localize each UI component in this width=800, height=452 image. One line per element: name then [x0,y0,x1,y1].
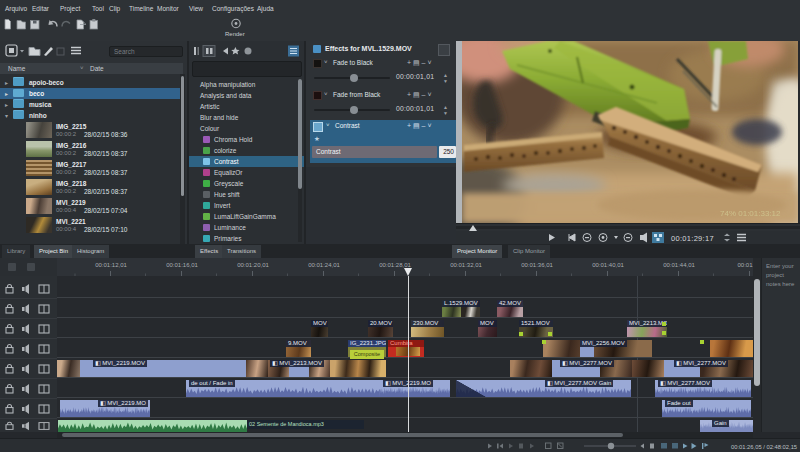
svg-text:00:01:29:17: 00:01:29:17 [671,234,714,243]
svg-text:00:01:26,05 / 02:48:02,15: 00:01:26,05 / 02:48:02,15 [731,444,797,450]
svg-text:74% 01:01:33:12: 74% 01:01:33:12 [720,209,781,218]
